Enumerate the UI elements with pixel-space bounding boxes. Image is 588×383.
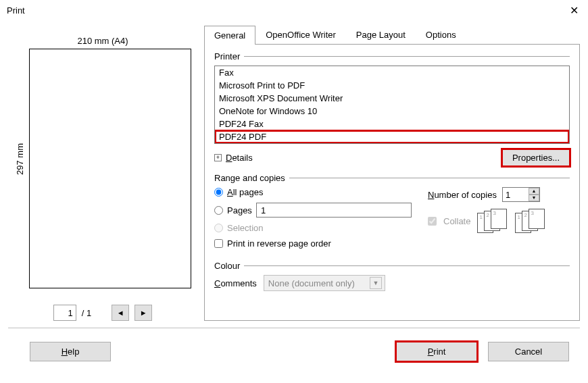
group-printer-label: Printer	[214, 51, 240, 61]
radio-pages[interactable]	[214, 206, 223, 215]
tab-writer[interactable]: OpenOffice Writer	[255, 25, 346, 44]
radio-selection	[214, 224, 223, 232]
group-printer: Printer Fax Microsoft Print to PDF Micro…	[214, 51, 570, 166]
spin-up-button[interactable]: ▲	[529, 188, 539, 195]
check-reverse-order[interactable]	[214, 239, 223, 248]
copies-value[interactable]	[503, 190, 529, 200]
pages-label: Pages	[227, 205, 252, 215]
check-collate	[428, 217, 437, 226]
copies-spinner[interactable]: ▲ ▼	[502, 187, 540, 202]
tab-page-layout[interactable]: Page Layout	[346, 25, 416, 44]
preview-width-label: 210 mm (A4)	[77, 25, 128, 46]
group-range-label: Range and copies	[214, 173, 285, 183]
chevron-down-icon: ▼	[370, 277, 382, 289]
printer-list[interactable]: Fax Microsoft Print to PDF Microsoft XPS…	[214, 66, 570, 144]
selection-label: Selection	[227, 223, 263, 233]
page-count-label: / 1	[82, 308, 91, 318]
pages-input[interactable]	[256, 203, 412, 218]
close-icon[interactable]: ✕	[567, 4, 581, 17]
copies-label: umber of copies	[434, 190, 497, 200]
printer-item[interactable]: Microsoft XPS Document Writer	[215, 92, 569, 105]
cancel-button[interactable]: Cancel	[488, 342, 569, 361]
titlebar: Print ✕	[0, 0, 588, 20]
reverse-order-label: Print in reverse page order	[227, 238, 331, 249]
preview-height-label: 297 mm	[15, 143, 25, 175]
properties-button[interactable]: Properties...	[502, 149, 570, 166]
details-label: etails	[232, 153, 252, 163]
comments-select[interactable]: None (document only) ▼	[264, 275, 385, 291]
next-page-button[interactable]: ►	[134, 305, 152, 321]
printer-item[interactable]: Fax	[215, 66, 569, 79]
dialog-body: 210 mm (A4) 297 mm / 1 ◄ ► General OpenO…	[0, 20, 588, 372]
tab-content-general: Printer Fax Microsoft Print to PDF Micro…	[204, 45, 580, 321]
details-expander[interactable]: + Details	[214, 153, 253, 163]
all-pages-label: ll pages	[233, 187, 264, 197]
comments-value: None (document only)	[268, 278, 355, 288]
comments-label: omments	[220, 278, 256, 288]
group-colour-label: Colour	[214, 261, 240, 271]
separator	[8, 328, 580, 328]
help-button[interactable]: Help	[30, 342, 111, 361]
printer-item[interactable]: OneNote for Windows 10	[215, 105, 569, 118]
printer-item[interactable]: PDF24 Fax	[215, 118, 569, 130]
tab-options[interactable]: Options	[416, 25, 466, 44]
options-panel: General OpenOffice Writer Page Layout Op…	[204, 25, 580, 321]
radio-all-pages[interactable]	[214, 188, 223, 197]
window-title: Print	[7, 5, 25, 16]
printer-item-selected[interactable]: PDF24 PDF	[215, 130, 569, 143]
collate-label: Collate	[443, 216, 470, 226]
current-page-input[interactable]	[53, 305, 76, 321]
preview-frame	[29, 49, 191, 288]
collate-icon: 1 2 3 1 2 3	[477, 209, 546, 233]
printer-item[interactable]: Microsoft Print to PDF	[215, 79, 569, 92]
spin-down-button[interactable]: ▼	[529, 195, 539, 201]
print-button[interactable]: Print	[396, 342, 477, 361]
tab-strip: General OpenOffice Writer Page Layout Op…	[204, 25, 580, 45]
expand-icon: +	[214, 154, 222, 161]
preview-pager: / 1 ◄ ►	[53, 305, 152, 321]
group-colour: Colour Comments None (document only) ▼	[214, 261, 570, 291]
tab-general[interactable]: General	[204, 26, 255, 45]
group-range-copies: Range and copies All pages Pages	[214, 173, 570, 254]
footer: Help Print Cancel	[8, 335, 580, 368]
preview-panel: 210 mm (A4) 297 mm / 1 ◄ ►	[8, 25, 197, 321]
prev-page-button[interactable]: ◄	[112, 305, 129, 321]
